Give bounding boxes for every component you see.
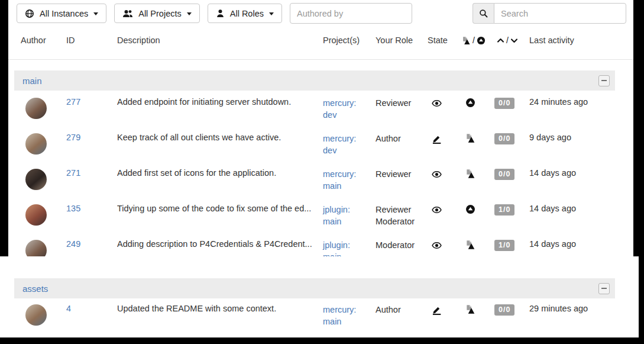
review-row: 277 Added endpoint for initiating server… xyxy=(8,91,633,126)
all-instances-dropdown[interactable]: All Instances xyxy=(17,4,106,23)
all-projects-label: All Projects xyxy=(138,9,182,18)
search-input[interactable] xyxy=(494,3,626,24)
all-roles-dropdown[interactable]: All Roles xyxy=(208,4,282,23)
authored-by-input[interactable] xyxy=(290,3,412,24)
author-cell xyxy=(21,168,66,190)
all-projects-dropdown[interactable]: All Projects xyxy=(114,4,200,23)
col-votes: / xyxy=(494,36,529,45)
tests-cell xyxy=(462,97,494,110)
review-id-link[interactable]: 4 xyxy=(66,304,71,313)
id-cell: 271 xyxy=(66,168,117,178)
chevron-up-icon xyxy=(497,37,504,44)
separator-slash: / xyxy=(506,36,509,45)
author-avatar[interactable] xyxy=(25,98,47,119)
review-description: Keep track of all out clients we have ac… xyxy=(117,133,323,142)
search-addon xyxy=(473,3,494,24)
project-cell: mercury:dev xyxy=(323,133,376,156)
table-header-row: Author ID Description Project(s) Your Ro… xyxy=(8,36,633,60)
project-link[interactable]: jplugin:main xyxy=(323,204,376,227)
review-group-rows-assets: 4 Updated the README with some context. … xyxy=(8,298,639,334)
collapse-group-button[interactable] xyxy=(598,75,610,86)
col-id: ID xyxy=(66,36,117,45)
project-cell: mercury:main xyxy=(323,304,376,327)
col-author: Author xyxy=(21,36,66,45)
votes-cell: 0/0 xyxy=(494,304,529,316)
author-cell xyxy=(21,304,66,326)
tests-cell xyxy=(462,304,494,316)
minus-icon xyxy=(601,288,607,289)
tests-flag-icon xyxy=(465,240,475,250)
project-link[interactable]: mercury:main xyxy=(323,304,376,327)
tests-flag-icon xyxy=(465,133,475,143)
col-tests-deploy: / xyxy=(462,36,494,45)
votes-badge: 1/0 xyxy=(494,204,514,216)
project-link[interactable]: mercury:dev xyxy=(323,97,376,121)
review-id-link[interactable]: 277 xyxy=(66,97,80,107)
col-projects: Project(s) xyxy=(323,36,376,45)
caret-down-icon xyxy=(269,12,274,18)
author-avatar[interactable] xyxy=(25,133,47,155)
people-icon xyxy=(122,9,133,18)
caret-down-icon xyxy=(93,12,98,18)
group-name-link[interactable]: main xyxy=(22,76,42,86)
state-cell xyxy=(428,204,462,217)
review-description: Added endpoint for initiating server shu… xyxy=(117,97,323,107)
group-name-link[interactable]: assets xyxy=(22,284,48,294)
review-id-link[interactable]: 279 xyxy=(66,133,80,142)
caret-down-icon xyxy=(187,12,192,18)
all-roles-label: All Roles xyxy=(230,9,264,18)
collapse-group-button[interactable] xyxy=(598,283,610,294)
state-cell xyxy=(428,304,462,317)
tests-flag-icon xyxy=(465,304,475,314)
search-icon xyxy=(479,9,488,18)
author-cell xyxy=(21,239,66,256)
votes-badge: 0/0 xyxy=(494,98,514,109)
votes-cell: 1/0 xyxy=(494,204,529,216)
your-role-cell: ReviewerModerator xyxy=(376,204,428,227)
author-cell xyxy=(21,204,66,226)
state-cell xyxy=(428,168,462,181)
author-cell xyxy=(21,97,66,119)
review-row: 279 Keep track of all out clients we hav… xyxy=(8,126,633,162)
globe-icon xyxy=(25,9,34,18)
votes-badge: 0/0 xyxy=(494,133,514,144)
col-state: State xyxy=(428,36,462,45)
author-avatar[interactable] xyxy=(25,169,47,190)
votes-cell: 0/0 xyxy=(494,133,529,144)
last-activity: 14 days ago xyxy=(529,204,633,213)
review-description: Tidying up some of the code to fix some … xyxy=(117,204,323,213)
review-row: 249 Adding description to P4Credentials … xyxy=(8,233,633,256)
state-cell xyxy=(428,239,462,252)
tests-cell xyxy=(462,168,494,181)
author-avatar[interactable] xyxy=(25,204,47,226)
project-cell: jplugin:main xyxy=(323,204,376,227)
group-header-assets: assets xyxy=(14,278,615,298)
deploy-up-icon xyxy=(477,36,486,45)
review-id-link[interactable]: 135 xyxy=(66,204,80,213)
review-description: Updated the README with some context. xyxy=(117,304,323,313)
last-activity: 14 days ago xyxy=(529,239,633,249)
search-group xyxy=(473,3,626,24)
col-your-role: Your Role xyxy=(376,36,428,45)
reviews-panel-secondary: assets 4 Updated the README with some co… xyxy=(0,256,639,337)
col-last-activity: Last activity xyxy=(529,36,633,45)
votes-cell: 0/0 xyxy=(494,97,529,109)
id-cell: 277 xyxy=(66,97,117,107)
project-cell: mercury:dev xyxy=(323,97,376,121)
eye-icon xyxy=(432,205,442,215)
project-link[interactable]: mercury:dev xyxy=(323,133,376,156)
review-description: Added first set of icons for the applica… xyxy=(117,168,323,178)
person-icon xyxy=(216,9,225,18)
project-link[interactable]: jplugin:main xyxy=(323,239,376,256)
review-id-link[interactable]: 271 xyxy=(66,168,80,178)
eye-icon xyxy=(432,240,442,250)
project-link[interactable]: mercury:main xyxy=(323,168,376,192)
author-avatar[interactable] xyxy=(25,304,47,326)
review-description: Adding description to P4Credentials & P4… xyxy=(117,239,323,249)
author-avatar[interactable] xyxy=(25,240,47,256)
your-role-cell: Author xyxy=(376,304,428,316)
tests-cell xyxy=(462,239,494,252)
review-id-link[interactable]: 249 xyxy=(66,239,80,249)
id-cell: 249 xyxy=(66,239,117,249)
id-cell: 279 xyxy=(66,133,117,142)
